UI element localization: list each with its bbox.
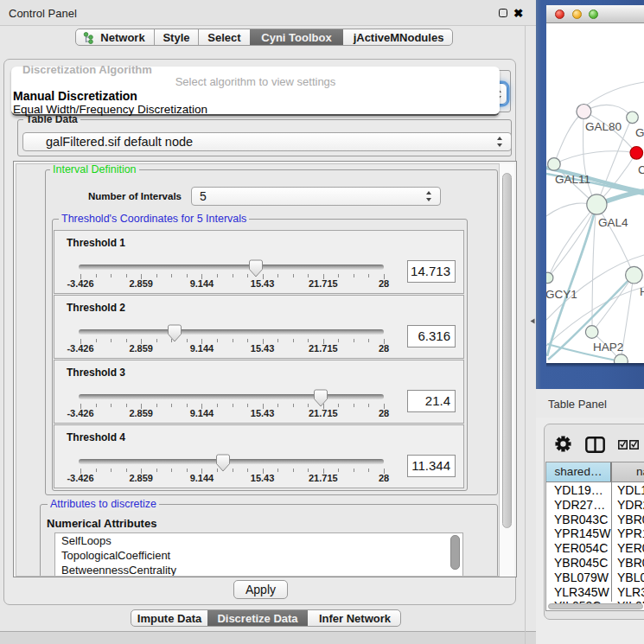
svg-text:GA: GA: [635, 126, 644, 139]
svg-text:H: H: [640, 285, 644, 298]
svg-text:HAP2: HAP2: [593, 341, 623, 354]
svg-text:C: C: [638, 163, 644, 176]
svg-text:GAL11: GAL11: [555, 173, 590, 186]
svg-text:GAL4: GAL4: [598, 216, 628, 229]
svg-text:GAL80: GAL80: [585, 120, 622, 133]
svg-text:GCY1: GCY1: [546, 288, 577, 301]
